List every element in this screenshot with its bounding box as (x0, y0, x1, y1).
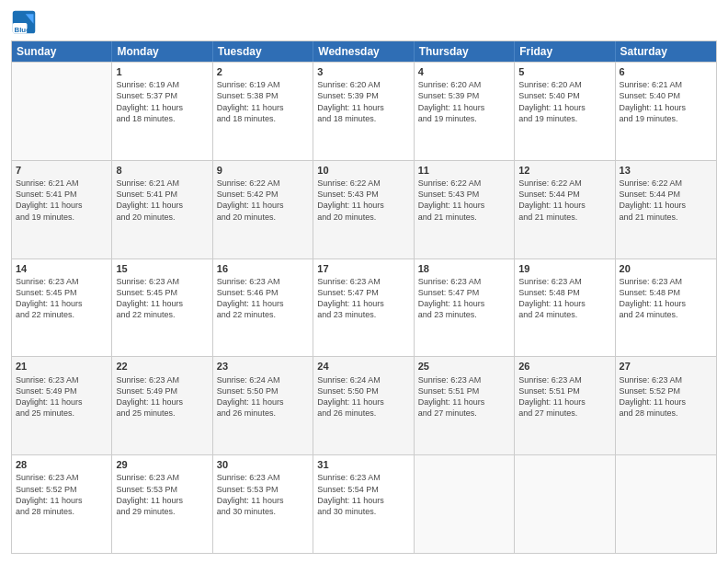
cell-line: Daylight: 11 hours (116, 200, 208, 211)
cal-day-4: 4Sunrise: 6:20 AMSunset: 5:39 PMDaylight… (415, 63, 515, 160)
cell-line: Sunrise: 6:24 AM (317, 374, 409, 385)
cell-line: Sunset: 5:41 PM (16, 189, 108, 200)
cell-line: and 22 minutes. (116, 309, 208, 320)
cell-line: Daylight: 11 hours (16, 396, 108, 408)
cell-line: Daylight: 11 hours (418, 396, 510, 408)
cell-line: Sunrise: 6:23 AM (620, 374, 712, 385)
cell-line: Sunset: 5:46 PM (217, 287, 309, 298)
cal-day-8: 8Sunrise: 6:21 AMSunset: 5:41 PMDaylight… (112, 161, 212, 259)
cell-line: and 22 minutes. (16, 309, 108, 320)
calendar-week-1: 1Sunrise: 6:19 AMSunset: 5:37 PMDaylight… (12, 62, 716, 160)
cell-line: Daylight: 11 hours (317, 495, 409, 506)
cell-line: and 26 minutes. (317, 408, 409, 419)
cal-empty (616, 455, 716, 553)
cell-line: Sunset: 5:52 PM (620, 385, 712, 396)
cal-day-2: 2Sunrise: 6:19 AMSunset: 5:38 PMDaylight… (213, 63, 313, 160)
cal-day-3: 3Sunrise: 6:20 AMSunset: 5:39 PMDaylight… (313, 63, 414, 160)
cell-line: Sunrise: 6:23 AM (16, 374, 108, 385)
header-day-saturday: Saturday (616, 41, 716, 62)
cell-line: Sunset: 5:44 PM (518, 189, 610, 200)
header-day-friday: Friday (515, 41, 615, 62)
header-day-monday: Monday (112, 41, 212, 62)
cell-line: Daylight: 11 hours (217, 495, 309, 506)
cell-line: and 21 minutes. (620, 212, 712, 223)
cal-day-29: 29Sunrise: 6:23 AMSunset: 5:53 PMDayligh… (112, 455, 212, 553)
day-number: 24 (317, 360, 409, 373)
cell-line: Sunrise: 6:22 AM (620, 178, 712, 189)
cell-line: Sunset: 5:49 PM (116, 385, 208, 396)
cal-day-14: 14Sunrise: 6:23 AMSunset: 5:45 PMDayligh… (12, 259, 112, 357)
cal-day-13: 13Sunrise: 6:22 AMSunset: 5:44 PMDayligh… (616, 161, 716, 259)
day-number: 12 (518, 164, 610, 177)
cal-day-10: 10Sunrise: 6:22 AMSunset: 5:43 PMDayligh… (313, 161, 414, 259)
cell-line: Daylight: 11 hours (518, 298, 610, 309)
day-number: 21 (16, 360, 108, 373)
day-number: 6 (620, 65, 712, 78)
cell-line: Sunrise: 6:23 AM (116, 374, 208, 385)
cell-line: and 25 minutes. (116, 408, 208, 419)
day-number: 1 (116, 65, 208, 78)
cell-line: and 24 minutes. (620, 309, 712, 320)
cell-line: and 24 minutes. (518, 309, 610, 320)
cal-day-11: 11Sunrise: 6:22 AMSunset: 5:43 PMDayligh… (415, 161, 515, 259)
page: Blue SundayMondayTuesdayWednesdayThursda… (0, 0, 728, 563)
cell-line: Sunset: 5:44 PM (620, 189, 712, 200)
cal-day-25: 25Sunrise: 6:23 AMSunset: 5:51 PMDayligh… (415, 357, 515, 454)
cal-day-7: 7Sunrise: 6:21 AMSunset: 5:41 PMDaylight… (12, 161, 112, 259)
cell-line: and 28 minutes. (16, 506, 108, 517)
cell-line: Sunrise: 6:19 AM (116, 79, 208, 90)
calendar: SundayMondayTuesdayWednesdayThursdayFrid… (11, 40, 717, 554)
cell-line: Sunset: 5:48 PM (620, 287, 712, 298)
cell-line: Sunrise: 6:21 AM (116, 178, 208, 189)
cell-line: Sunrise: 6:23 AM (317, 276, 409, 287)
cell-line: Daylight: 11 hours (217, 298, 309, 309)
cell-line: Sunrise: 6:22 AM (217, 178, 309, 189)
day-number: 8 (116, 164, 208, 177)
cell-line: Sunrise: 6:23 AM (317, 472, 409, 483)
day-number: 3 (317, 65, 409, 78)
day-number: 29 (116, 458, 208, 471)
cell-line: Sunset: 5:49 PM (16, 385, 108, 396)
cell-line: Sunset: 5:40 PM (518, 90, 610, 101)
day-number: 7 (16, 164, 108, 177)
day-number: 5 (518, 65, 610, 78)
cal-day-26: 26Sunrise: 6:23 AMSunset: 5:51 PMDayligh… (515, 357, 615, 454)
day-number: 30 (217, 458, 309, 471)
cal-day-1: 1Sunrise: 6:19 AMSunset: 5:37 PMDaylight… (112, 63, 212, 160)
cell-line: Daylight: 11 hours (217, 396, 309, 408)
cell-line: and 19 minutes. (518, 113, 610, 124)
header-day-wednesday: Wednesday (313, 41, 414, 62)
cal-empty (12, 63, 112, 160)
cell-line: Sunset: 5:42 PM (217, 189, 309, 200)
cell-line: Sunset: 5:53 PM (217, 484, 309, 495)
cell-line: Sunrise: 6:23 AM (418, 276, 510, 287)
day-number: 16 (217, 262, 309, 275)
cell-line: and 20 minutes. (317, 212, 409, 223)
day-number: 9 (217, 164, 309, 177)
cell-line: and 18 minutes. (317, 113, 409, 124)
cal-day-21: 21Sunrise: 6:23 AMSunset: 5:49 PMDayligh… (12, 357, 112, 454)
cell-line: and 23 minutes. (418, 309, 510, 320)
cell-line: and 21 minutes. (518, 212, 610, 223)
day-number: 25 (418, 360, 510, 373)
cell-line: Daylight: 11 hours (418, 298, 510, 309)
cell-line: Daylight: 11 hours (317, 396, 409, 408)
day-number: 20 (620, 262, 712, 275)
cal-day-19: 19Sunrise: 6:23 AMSunset: 5:48 PMDayligh… (515, 259, 615, 357)
cell-line: Daylight: 11 hours (16, 298, 108, 309)
cal-empty (515, 455, 615, 553)
cell-line: Sunset: 5:47 PM (317, 287, 409, 298)
cell-line: Sunrise: 6:22 AM (418, 178, 510, 189)
cell-line: Sunrise: 6:23 AM (116, 472, 208, 483)
cell-line: Sunset: 5:45 PM (116, 287, 208, 298)
cal-day-6: 6Sunrise: 6:21 AMSunset: 5:40 PMDaylight… (616, 63, 716, 160)
calendar-header: SundayMondayTuesdayWednesdayThursdayFrid… (12, 41, 716, 62)
cell-line: Daylight: 11 hours (518, 102, 610, 113)
cell-line: Sunset: 5:51 PM (418, 385, 510, 396)
cal-empty (415, 455, 515, 553)
cell-line: Sunrise: 6:23 AM (418, 374, 510, 385)
cell-line: Sunrise: 6:23 AM (16, 276, 108, 287)
cell-line: Daylight: 11 hours (116, 102, 208, 113)
cell-line: and 23 minutes. (317, 309, 409, 320)
cell-line: Sunset: 5:38 PM (217, 90, 309, 101)
